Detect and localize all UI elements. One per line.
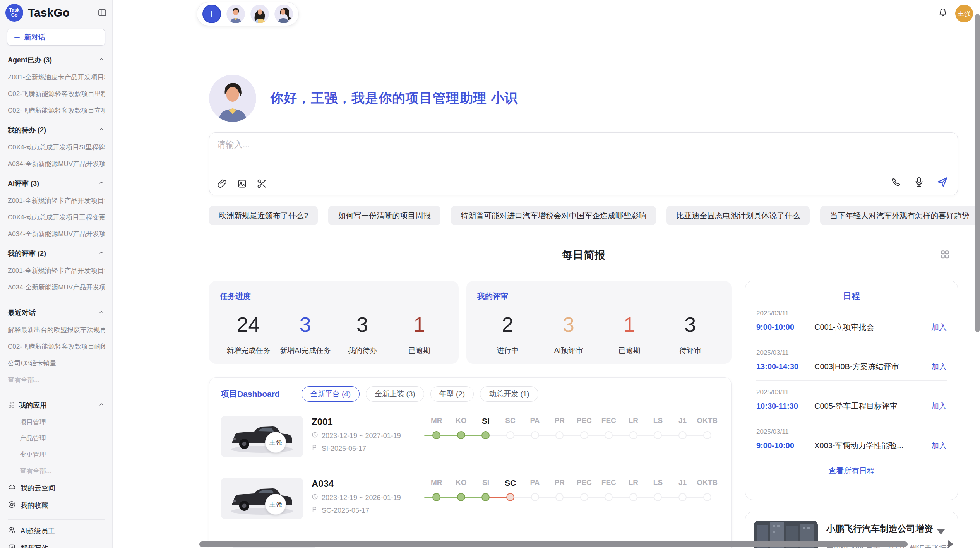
schedule-join-link[interactable]: 加入 (931, 322, 947, 332)
my-apps-header[interactable]: 我的应用 (8, 396, 105, 414)
star-circle-icon (8, 500, 16, 510)
sidebar-item[interactable]: Z001-全新燃油轻卡产品开发项目SI节点属性5D文件评审 (8, 262, 105, 279)
milestone-dot[interactable] (703, 493, 711, 501)
sidebar-section-header[interactable]: Agent已办 (3) (8, 51, 105, 69)
app-item[interactable]: 产品管理 (8, 430, 105, 447)
recent-view-all[interactable]: 查看全部... (8, 372, 105, 388)
suggestion-chip[interactable]: 当下年轻人对汽车外观有怎样的喜好趋势 (820, 206, 979, 225)
add-session-button[interactable]: + (202, 5, 221, 23)
project-image[interactable]: 王强 (221, 416, 303, 457)
schedule-join-link[interactable]: 加入 (931, 401, 947, 411)
app-logo: Task Go (5, 4, 23, 22)
scroll-down-arrow[interactable] (937, 529, 945, 534)
milestone-dot[interactable] (432, 431, 440, 439)
sidebar-item-ai-employee[interactable]: AI超级员工 (8, 522, 105, 539)
recent-section-header[interactable]: 最近对话 (8, 304, 105, 322)
milestone-dot[interactable] (703, 431, 711, 439)
milestone-dot[interactable] (506, 431, 514, 439)
milestone-dot[interactable] (580, 431, 588, 439)
sidebar-item[interactable]: C0X4-动力总成开发项目工程变更评审 (8, 209, 105, 226)
milestone-dot[interactable] (678, 493, 687, 501)
layout-grid-icon[interactable] (940, 249, 950, 261)
schedule-join-link[interactable]: 加入 (931, 440, 947, 451)
suggestion-chip[interactable]: 欧洲新规最近颁布了什么? (209, 206, 318, 225)
milestone-dot[interactable] (654, 431, 662, 439)
milestone-dot[interactable] (457, 431, 465, 439)
sidebar-section-header[interactable]: AI评审 (3) (8, 175, 105, 192)
milestone-dot[interactable] (531, 431, 539, 439)
schedule-view-all[interactable]: 查看所有日程 (756, 466, 947, 476)
milestone-dot[interactable] (481, 431, 490, 439)
project-code[interactable]: A034 (312, 478, 410, 489)
phone-icon[interactable] (891, 176, 902, 188)
sidebar-item[interactable]: Z001-全新燃油皮卡产品开发项目SI节点Lesson Learn报告 (8, 69, 105, 86)
avatar-woman-yellow[interactable] (250, 5, 269, 23)
dashboard-tabs: 全新平台 (4)全新上装 (3)年型 (2)动总开发 (1) (302, 386, 538, 402)
milestone-dot[interactable] (432, 493, 440, 501)
recent-chat-item[interactable]: C02-飞腾新能源轻客改款项目的闭环通告反馈情况 (8, 338, 105, 355)
sidebar-item[interactable]: C0X4-动力总成开发项目SI里程碑提交物检查 (8, 139, 105, 156)
milestone-dot[interactable] (555, 493, 564, 501)
vertical-scrollbar[interactable] (975, 14, 980, 332)
milestone-dot[interactable] (654, 493, 662, 501)
sidebar-section-header[interactable]: 我的评审 (2) (8, 245, 105, 262)
paperclip-icon[interactable] (217, 178, 228, 189)
sidebar-item[interactable]: A034-全新新能源MUV产品开发项目造型可行性评审 (8, 279, 105, 296)
suggestion-chip[interactable]: 特朗普可能对进口汽车增税会对中国车企造成哪些影响 (451, 206, 656, 225)
new-chat-button[interactable]: 新对话 (7, 29, 105, 46)
date-range-text: 2023-12-19 ~ 2026-01-19 (322, 494, 401, 502)
sidebar-collapse-icon[interactable] (98, 8, 107, 17)
scissors-icon[interactable] (257, 178, 267, 189)
sidebar-item-favorites[interactable]: 我的收藏 (8, 497, 105, 514)
dashboard-tab[interactable]: 全新上装 (3) (366, 386, 424, 402)
milestone-dot[interactable] (629, 431, 637, 439)
bell-icon[interactable] (937, 7, 948, 20)
schedule-join-link[interactable]: 加入 (931, 361, 947, 372)
dashboard-tab[interactable]: 全新平台 (4) (302, 386, 360, 402)
milestone-dots (424, 426, 720, 444)
avatar-man[interactable] (226, 5, 245, 23)
user-avatar[interactable]: 王强 (955, 5, 973, 22)
milestone-dot[interactable] (605, 493, 613, 501)
apps-view-all[interactable]: 查看全部... (8, 463, 105, 479)
daily-brief-stat-card: 我的评审2进行中3AI预评审1已逾期3待评审 (466, 281, 732, 364)
milestone-dot[interactable] (531, 493, 539, 501)
image-icon[interactable] (237, 178, 247, 189)
project-code[interactable]: Z001 (312, 416, 410, 427)
sidebar-item-cloud-space[interactable]: 我的云空间 (8, 479, 105, 497)
milestone-dot[interactable] (580, 493, 588, 501)
chat-input[interactable] (217, 140, 565, 150)
recent-chat-item[interactable]: 公司Q3轻卡销量 (8, 355, 105, 372)
sidebar-item[interactable]: Z001-全新燃油轻卡产品开发项目SI造型提交物评审 (8, 192, 105, 209)
schedule-row: 9:00-10:00X003-车辆动力学性能验...加入 (756, 440, 947, 451)
sidebar-item[interactable]: A034-全新新能源MUV产品开发项目法规符合性评审 (8, 226, 105, 242)
sidebar-item[interactable]: C02-飞腾新能源轻客改款项目立项汇报方案 (8, 102, 105, 119)
milestone-dot[interactable] (457, 493, 465, 501)
sidebar-section-header[interactable]: 我的待办 (2) (8, 121, 105, 139)
milestone-dot[interactable] (481, 493, 490, 501)
dashboard-tab[interactable]: 动总开发 (1) (480, 386, 538, 402)
sidebar-item[interactable]: C02-飞腾新能源轻客改款项目里程碑画布 (8, 86, 105, 102)
milestone-dot[interactable] (605, 431, 613, 439)
sidebar-item[interactable]: A034-全新新能源MUV产品开发项目计划变更表编写 (8, 156, 105, 172)
project-milestone-date: SI-2025-05-17 (312, 444, 410, 453)
sidebar-item-writing-helper[interactable]: 帮我写作 (8, 539, 105, 548)
scroll-right-arrow[interactable] (948, 540, 953, 548)
avatar-woman-dark[interactable] (274, 5, 293, 23)
milestone-dot[interactable] (506, 493, 514, 501)
chevron-up-icon (98, 401, 105, 409)
horizontal-scrollbar[interactable] (199, 541, 908, 547)
send-icon[interactable] (936, 176, 948, 188)
dashboard-tab[interactable]: 年型 (2) (430, 386, 474, 402)
milestone-dot[interactable] (629, 493, 637, 501)
suggestion-chip[interactable]: 比亚迪全固态电池计划具体说了什么 (666, 206, 810, 225)
app-item[interactable]: 项目管理 (8, 414, 105, 430)
recent-chat-item[interactable]: 解释最新出台的欧盟报废车法规再生塑料比例被调至15%... (8, 322, 105, 338)
milestone-dot[interactable] (678, 431, 687, 439)
project-image[interactable]: 王强 (221, 478, 303, 519)
stat: 24新增完成任务 (220, 308, 277, 356)
app-item[interactable]: 变更管理 (8, 447, 105, 463)
suggestion-chip[interactable]: 如何写一份清晰的项目周报 (328, 206, 440, 225)
milestone-dot[interactable] (555, 431, 564, 439)
mic-icon[interactable] (913, 176, 925, 188)
